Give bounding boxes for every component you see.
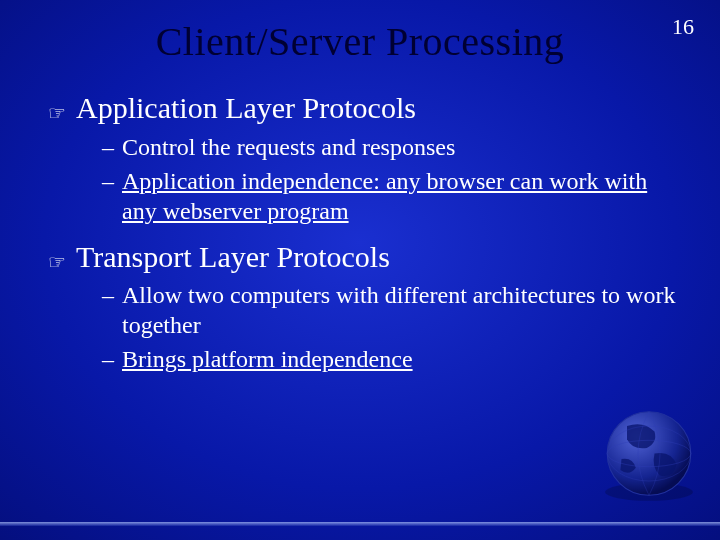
bullet-text: Transport Layer Protocols	[76, 240, 390, 275]
dash-icon: –	[102, 344, 114, 374]
sub-bullet: – Control the requests and responses	[102, 132, 680, 162]
footer-divider	[0, 522, 720, 526]
sub-bullet-text: Allow two computers with different archi…	[122, 280, 680, 340]
pointer-icon: ☞	[48, 101, 66, 125]
dash-icon: –	[102, 166, 114, 196]
globe-icon	[594, 404, 704, 514]
sub-bullet: – Allow two computers with different arc…	[102, 280, 680, 340]
dash-icon: –	[102, 280, 114, 310]
sub-bullet: – Brings platform independence	[102, 344, 680, 374]
sub-list: – Control the requests and responses – A…	[102, 132, 680, 226]
sub-bullet-text: Brings platform independence	[122, 344, 413, 374]
bullet-level1: ☞ Transport Layer Protocols	[48, 240, 680, 275]
slide-body: ☞ Application Layer Protocols – Control …	[0, 91, 720, 374]
bullet-level1: ☞ Application Layer Protocols	[48, 91, 680, 126]
sub-bullet: – Application independence: any browser …	[102, 166, 680, 226]
sub-bullet-text: Control the requests and responses	[122, 132, 455, 162]
pointer-icon: ☞	[48, 250, 66, 274]
slide-title: Client/Server Processing	[0, 0, 720, 77]
bullet-text: Application Layer Protocols	[76, 91, 416, 126]
dash-icon: –	[102, 132, 114, 162]
sub-list: – Allow two computers with different arc…	[102, 280, 680, 374]
svg-point-1	[607, 412, 691, 496]
page-number: 16	[672, 14, 694, 40]
sub-bullet-text: Application independence: any browser ca…	[122, 166, 680, 226]
